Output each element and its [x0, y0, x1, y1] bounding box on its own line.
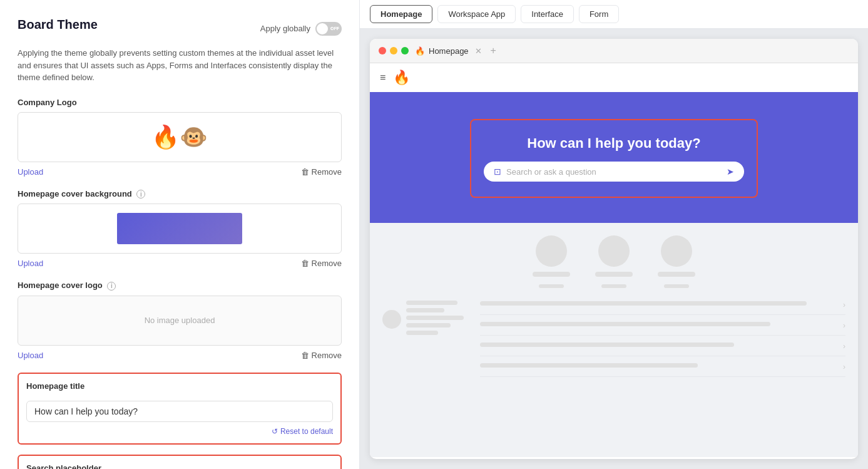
company-logo-box: 🔥🐵 [18, 112, 342, 162]
app-logo-icon: 🔥 [393, 70, 410, 86]
cover-background-upload[interactable]: Upload [18, 259, 43, 268]
skel-r-line-1 [480, 301, 807, 306]
toggle-knob [317, 23, 328, 34]
cover-logo-info-icon[interactable]: i [107, 282, 116, 291]
trash-icon: 🗑 [301, 167, 309, 177]
right-panel: Homepage Workspace App Interface Form 🔥 … [360, 0, 868, 469]
hero-inner: How can I help you today? ⊡ Search or as… [470, 119, 758, 198]
company-logo-remove[interactable]: 🗑 Remove [301, 167, 342, 177]
skeleton-circle-3 [661, 235, 692, 267]
hero-section: How can I help you today? ⊡ Search or as… [370, 94, 858, 223]
cover-background-box [18, 204, 342, 254]
cover-logo-section: Homepage cover logo i No image uploaded … [18, 281, 342, 360]
cover-preview [117, 213, 242, 244]
skel-right-row-1: › [480, 301, 845, 315]
homepage-title-section: Homepage title ↺ Reset to default [18, 373, 342, 445]
traffic-lights [379, 47, 409, 54]
skeleton-avatar-1 [533, 235, 570, 288]
browser-tab-title: 🔥 Homepage [415, 46, 469, 56]
toggle-label: OFF [330, 26, 339, 31]
cover-background-actions: Upload 🗑 Remove [18, 259, 342, 268]
reset-icon-1: ↺ [272, 427, 278, 436]
search-bar-icon: ⊡ [494, 167, 501, 177]
cover-logo-actions: Upload 🗑 Remove [18, 351, 342, 360]
skeleton-left-col [382, 301, 470, 383]
tab-workspace-app[interactable]: Workspace App [437, 5, 516, 23]
skel-line-b [406, 308, 444, 312]
skeleton-user-row [382, 301, 470, 338]
apply-globally-toggle[interactable]: OFF [315, 22, 342, 36]
fire-logo-icon: 🔥🐵 [151, 124, 208, 150]
skeleton-circle-1 [536, 235, 567, 267]
skeleton-circle-2 [598, 235, 630, 267]
skel-line-a [406, 301, 457, 305]
skel-line-c [406, 316, 464, 320]
tab-form[interactable]: Form [579, 5, 619, 23]
skel-r-line-2 [480, 322, 770, 326]
hamburger-icon[interactable]: ≡ [380, 72, 385, 83]
tl-red[interactable] [379, 47, 386, 54]
skeleton-right-col: › › › [480, 301, 845, 383]
cover-background-remove[interactable]: 🗑 Remove [301, 259, 342, 268]
search-bar-placeholder: Search or ask a question [506, 167, 722, 177]
browser-tab-icon: 🔥 [415, 46, 425, 56]
browser-titlebar: 🔥 Homepage ✕ + [370, 39, 858, 63]
skeleton-avatar-2 [595, 235, 633, 288]
chevron-right-1: › [843, 301, 845, 309]
panel-description: Applying the theme globally prevents set… [18, 47, 342, 84]
skel-line-e [406, 331, 438, 335]
skeleton-line-2 [539, 284, 564, 288]
apply-globally-label: Apply globally [260, 24, 310, 33]
company-logo-actions: Upload 🗑 Remove [18, 167, 342, 177]
skel-r-line-3 [480, 343, 734, 347]
homepage-title-input[interactable] [26, 401, 333, 422]
tl-green[interactable] [401, 47, 409, 54]
cover-logo-label: Homepage cover logo i [18, 281, 342, 291]
panel-title: Board Theme [18, 18, 98, 32]
browser-content: ≡ 🔥 How can I help you today? ⊡ Search o… [370, 63, 858, 457]
skeleton-line-5 [658, 272, 695, 277]
chevron-right-2: › [843, 321, 845, 330]
skeleton-avatars [382, 235, 845, 288]
browser-tab-close[interactable]: ✕ [475, 46, 482, 56]
app-header: ≡ 🔥 [370, 63, 858, 94]
no-image-text: No image uploaded [145, 316, 215, 325]
cover-background-label: Homepage cover background i [18, 189, 342, 199]
apply-globally-row: Apply globally OFF [260, 22, 342, 36]
company-logo-label: Company Logo [18, 98, 342, 107]
homepage-title-reset[interactable]: ↺ Reset to default [272, 427, 333, 436]
chevron-right-3: › [843, 342, 845, 351]
left-panel: Board Theme Apply globally OFF Applying … [0, 0, 360, 469]
cover-logo-remove[interactable]: 🗑 Remove [301, 351, 342, 360]
cover-logo-upload[interactable]: Upload [18, 351, 43, 360]
search-placeholder-section: Search placeholder ↺ Reset to default [18, 455, 342, 470]
skeleton-line-6 [664, 284, 689, 288]
search-placeholder-label: Search placeholder [26, 463, 333, 470]
tl-yellow[interactable] [390, 47, 397, 54]
skeleton-line-4 [601, 284, 626, 288]
skeleton-section: › › › [370, 223, 858, 396]
browser-tab-add[interactable]: + [491, 45, 496, 56]
skel-line-d [406, 323, 451, 327]
tab-bar: Homepage Workspace App Interface Form [360, 0, 868, 29]
skeleton-text-block [406, 301, 470, 338]
send-icon[interactable]: ➤ [727, 167, 734, 177]
skeleton-bottom: › › › [382, 301, 845, 383]
search-bar[interactable]: ⊡ Search or ask a question ➤ [484, 162, 744, 182]
skeleton-user-circle [382, 310, 401, 329]
homepage-title-label: Homepage title [26, 381, 333, 391]
chevron-right-4: › [843, 363, 845, 371]
tab-homepage[interactable]: Homepage [370, 5, 432, 23]
tab-interface[interactable]: Interface [521, 5, 574, 23]
skel-right-row-2: › [480, 321, 845, 336]
hero-title: How can I help you today? [527, 135, 700, 152]
skeleton-avatar-3 [658, 235, 695, 288]
cover-background-info-icon[interactable]: i [136, 190, 145, 198]
company-logo-upload[interactable]: Upload [18, 167, 43, 177]
skel-r-line-4 [480, 363, 698, 368]
trash-icon-3: 🗑 [301, 351, 309, 360]
skel-right-row-3: › [480, 342, 845, 356]
skeleton-line-1 [533, 272, 570, 277]
skeleton-line-3 [595, 272, 633, 277]
company-logo-section: Company Logo 🔥🐵 Upload 🗑 Remove [18, 98, 342, 177]
